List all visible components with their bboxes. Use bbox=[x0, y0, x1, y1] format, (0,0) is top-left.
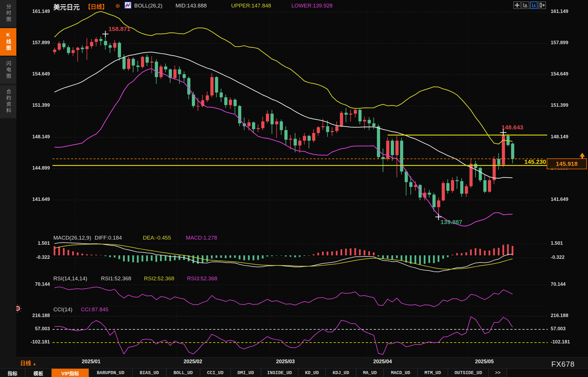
boll-upper-value: UPPER:147.848 bbox=[231, 3, 271, 9]
compare-add-icon[interactable]: ⊕ bbox=[115, 2, 120, 9]
sidebar-item-1[interactable]: K线图 bbox=[0, 28, 16, 56]
tab-bias_ud[interactable]: BIAS_UD bbox=[133, 369, 166, 377]
price-axis-label-left: 154.649 bbox=[21, 71, 50, 77]
sidebar-item-0[interactable]: 分时图 bbox=[0, 0, 16, 27]
cci-axis-label-left: 216.188 bbox=[21, 313, 50, 318]
price-axis-label-left: 151.399 bbox=[21, 102, 50, 108]
period-selector-label: 日线 bbox=[20, 360, 31, 366]
cci-axis-label-right: -102.181 bbox=[551, 339, 570, 345]
tab-ma_ud[interactable]: MA_UD bbox=[356, 369, 384, 377]
price-axis-label-right: 151.399 bbox=[551, 102, 568, 108]
tab-[interactable]: 指标 bbox=[0, 369, 25, 377]
price-axis-label-right: 141.649 bbox=[551, 197, 568, 202]
candle-extreme-label: 158.871 bbox=[108, 26, 130, 32]
cci-axis-label-left: 57.003 bbox=[21, 326, 50, 332]
indicator-tab-bar: 指标模板VIP指标BARUPDN_UDBIAS_UDBOLL_UDCCI_UDD… bbox=[0, 368, 588, 377]
tab-outside_ud[interactable]: OUTSIDE_UD bbox=[448, 369, 489, 377]
axis-zoom-icon-active[interactable] bbox=[530, 1, 538, 9]
tab-[interactable]: 模板 bbox=[25, 369, 52, 377]
time-axis-month-label: 2025/01 bbox=[71, 359, 111, 365]
tab-[interactable]: >> bbox=[489, 369, 507, 377]
time-axis-month-label: 2025/02 bbox=[173, 359, 213, 365]
left-sidebar: 分时图K线图闪电图合约资料 bbox=[0, 0, 16, 377]
price-axis-label-right: 148.149 bbox=[551, 134, 568, 140]
period-selector[interactable]: 日线 ▲ bbox=[20, 359, 36, 367]
axis-scale-icon[interactable] bbox=[522, 1, 529, 9]
macd-axis-label-right: -0.322 bbox=[551, 254, 564, 260]
boll-lower-value: LOWER:139.928 bbox=[291, 3, 333, 9]
tab-dmi_ud[interactable]: DMI_UD bbox=[231, 369, 261, 377]
collapse-panel-icon[interactable] bbox=[538, 1, 546, 9]
price-axis-label-left: 157.899 bbox=[21, 40, 50, 46]
cci-axis-label-right: 216.188 bbox=[551, 313, 568, 318]
rsi3-value: RSI3:52.368 bbox=[187, 275, 217, 282]
boll-params-label: BOLL(26,2) bbox=[134, 3, 162, 9]
price-axis-label-right: 157.899 bbox=[551, 40, 568, 46]
macd-diff-value: DIFF:0.184 bbox=[95, 235, 122, 241]
time-axis-month-label: 2025/04 bbox=[363, 359, 403, 365]
price-axis-label-left: 148.149 bbox=[21, 134, 50, 140]
chart-toolbar bbox=[513, 1, 546, 9]
cci-params-label: CCI(14) bbox=[53, 306, 73, 313]
tab-kdj_ud[interactable]: KDJ_UD bbox=[326, 369, 356, 377]
hline-price-label[interactable]: 145.230 bbox=[524, 158, 546, 165]
tab-mtm_ud[interactable]: MTM_UD bbox=[418, 369, 448, 377]
rsi-axis-label-left: 70.144 bbox=[21, 281, 50, 287]
trading-app-window: 分时图K线图闪电图合约资料 美元日元 【日线】 ⊕ BOLL(26,2) MID… bbox=[0, 0, 588, 377]
tab-boll_ud[interactable]: BOLL_UD bbox=[166, 369, 200, 377]
symbol-title: 美元日元 bbox=[53, 2, 80, 11]
tab-macd_ud[interactable]: MACD_UD bbox=[384, 369, 418, 377]
candle-extreme-label: 139.887 bbox=[441, 219, 462, 226]
watermark-logo: FX678 bbox=[551, 360, 575, 369]
chevron-up-icon: ▲ bbox=[32, 362, 36, 366]
macd-dea-value: DEA:-0.455 bbox=[143, 235, 171, 241]
period-tag[interactable]: 【日线】 bbox=[85, 2, 108, 11]
rsi-axis-label-right: 70.144 bbox=[551, 281, 566, 287]
price-axis-label-left: 141.649 bbox=[21, 197, 50, 202]
price-axis-label-right: 154.649 bbox=[551, 71, 568, 77]
indicator-chart-icon[interactable] bbox=[124, 2, 131, 10]
macd-axis-label-right: 1.501 bbox=[551, 240, 563, 246]
rsi1-value: RSI1:52.368 bbox=[101, 275, 131, 282]
macd-axis-label-left: -0.322 bbox=[21, 254, 50, 260]
cci-axis-label-right: 57.003 bbox=[551, 326, 566, 332]
chart-canvas[interactable] bbox=[0, 0, 588, 377]
pan-crosshair-icon[interactable] bbox=[513, 1, 521, 9]
sidebar-item-3[interactable]: 合约资料 bbox=[0, 85, 16, 118]
boll-mid-value: MID:143.888 bbox=[176, 3, 207, 9]
last-price-marker: 145.918 bbox=[547, 158, 587, 169]
price-axis-label-right: 161.149 bbox=[551, 9, 568, 14]
rsi-params-label: RSI(14,14,14) bbox=[53, 275, 87, 282]
tab-kd_ud[interactable]: KD_UD bbox=[298, 369, 326, 377]
macd-hist-value: MACD:1.278 bbox=[186, 235, 217, 241]
rsi2-value: RSI2:52.368 bbox=[144, 275, 174, 282]
price-axis-label-left: 144.899 bbox=[21, 165, 50, 171]
tab-vip[interactable]: VIP指标 bbox=[52, 369, 89, 377]
macd-params-label: MACD(26,12,9) bbox=[53, 235, 91, 241]
tab-barupdn_ud[interactable]: BARUPDN_UD bbox=[89, 369, 133, 377]
tab-inside_ud[interactable]: INSIDE_UD bbox=[261, 369, 298, 377]
cci-axis-label-left: -102.181 bbox=[21, 339, 50, 345]
tab-cci_ud[interactable]: CCI_UD bbox=[200, 369, 231, 377]
macd-axis-label-left: 1.501 bbox=[21, 240, 50, 246]
time-axis-month-label: 2025/03 bbox=[265, 359, 305, 365]
candle-extreme-label: 148.643 bbox=[502, 124, 523, 131]
last-price-value: 145.918 bbox=[556, 160, 578, 167]
price-axis-label-left: 161.149 bbox=[21, 9, 50, 14]
cci-value: CCI:87.845 bbox=[81, 306, 108, 313]
time-axis-month-label: 2025/05 bbox=[464, 359, 505, 365]
sidebar-item-2[interactable]: 闪电图 bbox=[0, 57, 16, 84]
